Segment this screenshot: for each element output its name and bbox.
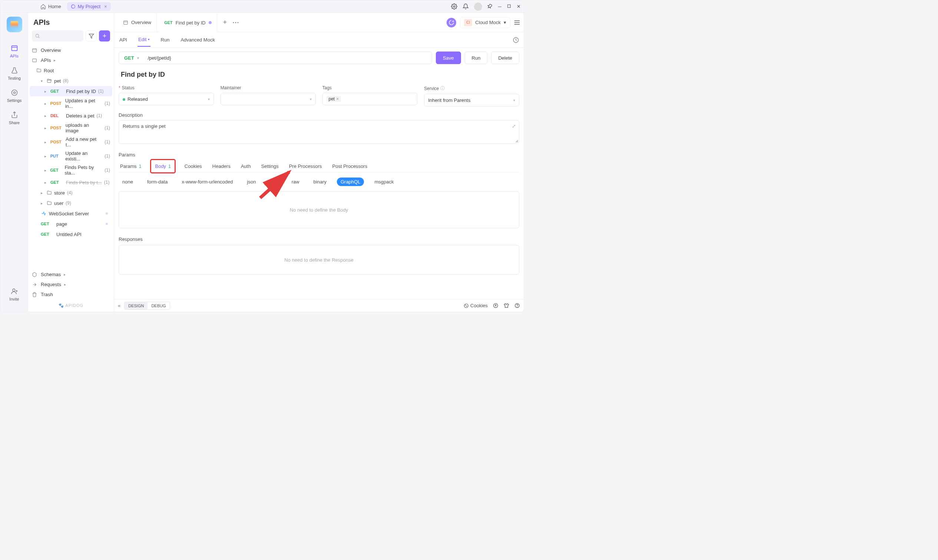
tree-folder-pet[interactable]: ▾ pet (8) [30, 75, 112, 86]
tree-websocket[interactable]: WebSocket Server [30, 208, 112, 218]
subtab-mock[interactable]: Advanced Mock [180, 33, 216, 46]
expand-icon[interactable]: ⤢ [512, 123, 516, 129]
tab-overview[interactable]: Overview [118, 13, 157, 32]
menu-icon[interactable] [514, 20, 520, 25]
home-button[interactable]: Home [37, 2, 65, 11]
tree-endpoint[interactable]: ▸ GET Finds Pets by sta... (1) [30, 163, 112, 177]
body-type-graphql[interactable]: GraphQL [337, 177, 364, 186]
maintainer-select[interactable]: ▾ [220, 93, 316, 105]
history-icon[interactable] [512, 37, 519, 43]
project-tab[interactable]: My Project × [67, 2, 111, 11]
tree-page[interactable]: GET page [30, 218, 112, 229]
add-button[interactable]: + [99, 31, 110, 42]
avatar[interactable] [474, 3, 482, 11]
close-window-icon[interactable]: ✕ [517, 4, 521, 9]
ptab-body[interactable]: Body 1 [150, 159, 175, 174]
body-type-xml[interactable]: xml [266, 177, 281, 186]
help-icon[interactable] [514, 303, 520, 308]
ptab-post[interactable]: Post Processors [331, 160, 369, 172]
tree-untitled[interactable]: GET Untitled API [30, 229, 112, 239]
sidebar-requests[interactable]: Requests ▸ [28, 280, 114, 289]
tab-title-label: Find pet by ID [176, 20, 206, 26]
body-type-binary[interactable]: binary [310, 177, 330, 186]
upload-icon[interactable] [493, 303, 498, 308]
method-select[interactable]: GET ▾ [119, 55, 144, 61]
run-button[interactable]: Run [465, 52, 488, 64]
svg-rect-10 [124, 21, 128, 24]
tree-folder-store[interactable]: ▸ store (4) [30, 188, 112, 198]
environment-select[interactable]: CI Cloud Mock ▾ [460, 17, 511, 28]
ptab-cookies[interactable]: Cookies [183, 160, 203, 172]
responses-section-label: Responses [118, 237, 519, 242]
ptab-params[interactable]: Params1 [118, 160, 143, 172]
tree-endpoint[interactable]: ▸ POST Add a new pet t... (1) [30, 135, 112, 149]
svg-rect-8 [32, 49, 37, 52]
ptab-auth[interactable]: Auth [240, 160, 252, 172]
filter-button[interactable] [86, 31, 97, 42]
settings-gear-icon[interactable] [451, 3, 457, 10]
add-tab-button[interactable]: + [219, 18, 231, 26]
sidebar-apis-section[interactable]: APIs ▸ [28, 55, 114, 65]
tree-endpoint[interactable]: ▸ POST uploads an image (1) [30, 121, 112, 135]
collapse-sidebar-icon[interactable]: « [118, 303, 120, 308]
body-type-raw[interactable]: raw [288, 177, 303, 186]
nav-testing[interactable]: Testing [3, 63, 26, 83]
mode-debug[interactable]: DEBUG [148, 302, 169, 309]
sidebar-schemas[interactable]: Schemas ▸ [28, 269, 114, 280]
sidebar-overview[interactable]: Overview [28, 45, 114, 55]
status-select[interactable]: Released ▾ [118, 93, 214, 105]
tree-endpoint[interactable]: ▸ POST Updates a pet in... (1) [30, 96, 112, 111]
sidebar-trash[interactable]: Trash [28, 289, 114, 300]
cookies-button[interactable]: Cookies [464, 303, 488, 308]
body-type-form-data[interactable]: form-data [143, 177, 172, 186]
svg-point-4 [13, 92, 15, 94]
maximize-icon[interactable] [507, 4, 511, 9]
help-icon[interactable]: ⓘ [440, 85, 445, 92]
subtab-api[interactable]: API [118, 33, 128, 46]
body-type-x-www-form-urlencoded[interactable]: x-www-form-urlencoded [178, 177, 237, 186]
body-type-none[interactable]: none [118, 177, 137, 186]
endpoint-label: Deletes a pet [66, 113, 94, 118]
tree-endpoint[interactable]: ▸ GET Find pet by ID (1) [30, 86, 112, 96]
tshirt-icon[interactable] [504, 303, 509, 308]
tree-endpoint[interactable]: ▸ DEL Deletes a pet (1) [30, 111, 112, 121]
ptab-headers[interactable]: Headers [211, 160, 232, 172]
tag-remove-icon[interactable]: × [336, 96, 339, 102]
tree-endpoint[interactable]: ▸ GET Finds Pets by t... (1) [30, 177, 112, 188]
pin-icon[interactable] [487, 4, 493, 9]
service-select[interactable]: Inherit from Parents▾ [424, 94, 519, 106]
editor: Overview GET Find pet by ID + CI Cloud M… [114, 13, 524, 312]
bell-icon[interactable] [463, 3, 469, 10]
mode-design[interactable]: DESIGN [125, 302, 148, 309]
resize-handle[interactable]: ◢ [515, 138, 518, 143]
body-type-json[interactable]: json [243, 177, 260, 186]
subtab-edit[interactable]: Edit • [137, 33, 151, 47]
ptab-pre[interactable]: Pre Processors [288, 160, 323, 172]
tree-root[interactable]: Root [30, 65, 112, 75]
ptab-settings[interactable]: Settings [260, 160, 280, 172]
tags-input[interactable]: pet× [323, 93, 418, 105]
app-logo[interactable] [7, 17, 22, 32]
subtab-run[interactable]: Run [160, 33, 171, 46]
nav-settings[interactable]: Settings [3, 86, 26, 106]
requests-icon [32, 282, 38, 287]
body-type-msgpack[interactable]: msgpack [371, 177, 397, 186]
save-button[interactable]: Save [436, 52, 461, 64]
chevron-right-icon: ▸ [45, 126, 48, 130]
description-textarea[interactable]: Returns a single pet ⤢ ◢ [118, 120, 519, 144]
close-icon[interactable]: × [104, 4, 107, 9]
nav-apis[interactable]: APIs [3, 41, 26, 61]
tree-endpoint[interactable]: ▸ PUT Update an existi... (1) [30, 149, 112, 163]
svg-point-21 [517, 306, 517, 307]
tab-endpoint[interactable]: GET Find pet by ID [159, 13, 217, 32]
tree-folder-user[interactable]: ▸ user (9) [30, 198, 112, 208]
tabs-more-button[interactable] [233, 22, 244, 23]
search-input[interactable] [32, 31, 83, 42]
sync-badge[interactable] [447, 18, 456, 28]
delete-button[interactable]: Delete [491, 52, 519, 64]
nav-invite[interactable]: Invite [3, 284, 26, 304]
settings-icon [11, 89, 18, 97]
url-input[interactable]: /pet/{petId} [144, 55, 432, 61]
minimize-icon[interactable]: ─ [498, 4, 501, 9]
nav-share[interactable]: Share [3, 108, 26, 128]
